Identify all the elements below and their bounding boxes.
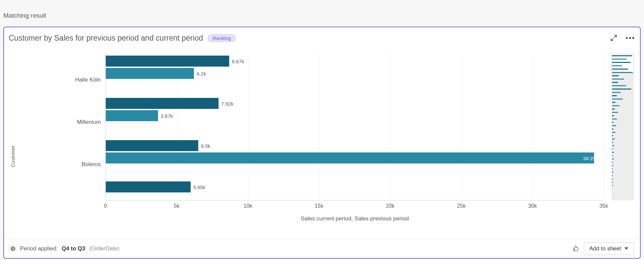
y-label: Halle Köln xyxy=(75,77,101,83)
minimap-bar xyxy=(612,165,613,166)
minimap-bar xyxy=(612,135,613,136)
minimap-viewport[interactable] xyxy=(611,54,634,73)
minimap-bar xyxy=(612,115,614,116)
y-axis-labels: Halle Köln Millenium Boleros xyxy=(19,54,105,239)
x-tick-label: 25k xyxy=(457,203,466,209)
minimap-bar xyxy=(612,178,613,179)
minimap-bar xyxy=(612,105,619,106)
section-title: Matching result xyxy=(3,12,641,19)
x-axis-ticks: 05k10k15k20k25k30k35k xyxy=(105,203,604,211)
minimap-bar xyxy=(612,95,617,96)
minimap-bar xyxy=(612,162,613,163)
bar-value-label: 34.29k xyxy=(113,155,601,161)
add-to-sheet-button[interactable]: Add to sheet xyxy=(584,242,634,255)
plot-area: 8.67k6.2k7.92k3.67k6.5k34.29k5.95k 05k10… xyxy=(105,54,634,239)
bar[interactable] xyxy=(106,110,158,121)
more-menu-icon[interactable]: ••• xyxy=(627,34,634,42)
minimap-bar xyxy=(612,82,618,83)
chevron-down-icon xyxy=(624,247,628,250)
minimap-scrollbar[interactable] xyxy=(611,54,634,200)
expand-icon[interactable] xyxy=(610,34,617,42)
minimap-bar xyxy=(612,102,615,103)
minimap-bar xyxy=(612,132,615,133)
minimap-bar xyxy=(612,182,613,183)
minimap-bar xyxy=(612,59,627,60)
bar[interactable] xyxy=(106,140,198,151)
minimap-bar xyxy=(612,109,615,110)
bar-value-label: 6.2k xyxy=(197,71,206,76)
minimap-bar xyxy=(612,55,632,56)
bar[interactable] xyxy=(106,68,194,79)
feedback-icon[interactable] xyxy=(572,245,580,252)
minimap-bar xyxy=(612,172,613,173)
card-header: Customer by Sales for previous period an… xyxy=(4,27,640,44)
minimap-bar xyxy=(612,138,615,139)
minimap-bar xyxy=(612,158,614,159)
minimap-bar xyxy=(612,122,613,123)
chart-body: Customer Halle Köln Millenium Boleros 8.… xyxy=(4,44,640,239)
y-label: Millenium xyxy=(77,119,101,126)
minimap-bar xyxy=(612,148,613,149)
add-to-sheet-label: Add to sheet xyxy=(589,245,621,252)
minimap-bar xyxy=(612,168,613,169)
bar[interactable] xyxy=(106,56,229,67)
minimap-bar xyxy=(612,185,613,186)
minimap-bar xyxy=(612,62,631,63)
period-applied-dimension: (OrderDate) xyxy=(89,245,119,252)
minimap-bar xyxy=(612,69,628,70)
minimap-bar xyxy=(612,152,614,153)
minimap-bar xyxy=(612,125,616,126)
plot[interactable]: 8.67k6.2k7.92k3.67k6.5k34.29k5.95k xyxy=(105,54,604,200)
period-applied-label: Period applied: xyxy=(20,245,58,252)
x-tick-label: 15k xyxy=(315,203,323,209)
y-axis-title: Customer xyxy=(10,126,16,167)
minimap-bar xyxy=(612,145,614,146)
minimap-bar xyxy=(612,112,618,113)
x-tick-label: 10k xyxy=(243,203,252,209)
x-axis-title: Sales current period, Sales previous per… xyxy=(105,215,604,222)
minimap-bar xyxy=(612,89,631,90)
x-tick-label: 5k xyxy=(174,203,180,209)
y-label: Boleros xyxy=(81,161,101,168)
minimap-bar xyxy=(612,175,613,176)
minimap-bar xyxy=(612,99,623,100)
x-tick-label: 20k xyxy=(386,203,395,209)
bar-value-label: 5.95k xyxy=(193,184,206,190)
minimap-bar xyxy=(612,72,633,73)
x-tick-label: 35k xyxy=(599,203,608,209)
bar-value-label: 7.92k xyxy=(221,101,234,106)
minimap-bar xyxy=(612,65,622,66)
bar-value-label: 6.5k xyxy=(201,143,210,148)
minimap-bar xyxy=(612,92,621,93)
result-card: Customer by Sales for previous period an… xyxy=(3,27,641,259)
bar-value-label: 3.67k xyxy=(161,113,173,119)
minimap-bar xyxy=(612,75,619,76)
period-applied-value: Q4 to Q3 xyxy=(62,245,85,252)
card-footer: Period applied: Q4 to Q3 (OrderDate) Add… xyxy=(4,239,640,258)
card-title: Customer by Sales for previous period an… xyxy=(9,34,203,43)
bar[interactable] xyxy=(106,181,191,192)
minimap-bar xyxy=(612,129,613,130)
clock-icon xyxy=(10,246,16,252)
minimap-bar xyxy=(612,85,626,86)
bar-value-label: 8.67k xyxy=(232,58,244,64)
minimap-bar xyxy=(612,119,617,120)
x-tick-label: 0 xyxy=(104,203,107,209)
bar[interactable] xyxy=(106,98,219,109)
x-tick-label: 30k xyxy=(528,203,537,209)
minimap-bar xyxy=(612,142,613,143)
ranking-badge: Ranking xyxy=(208,34,236,42)
minimap-bar xyxy=(612,79,624,80)
minimap-bar xyxy=(612,155,613,156)
